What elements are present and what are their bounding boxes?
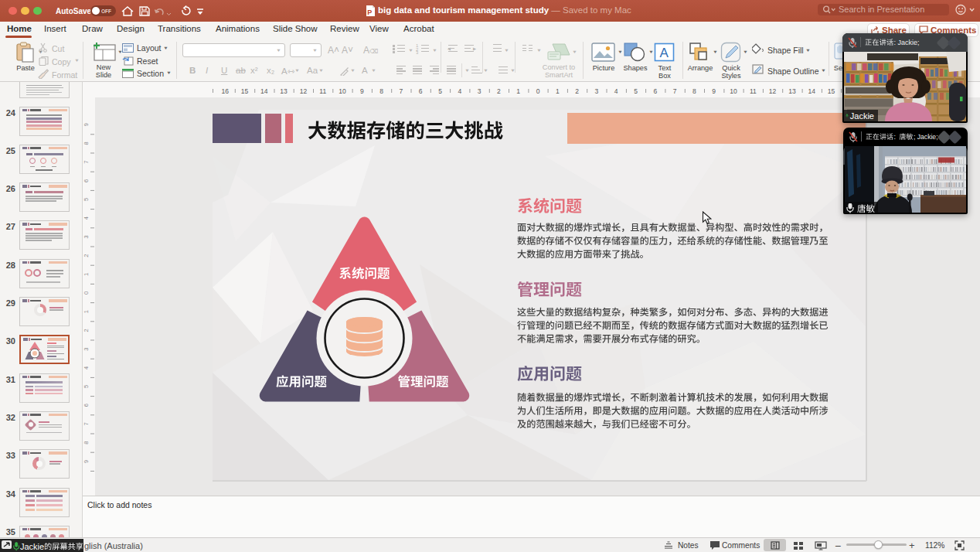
svg-text:5: 5 (83, 385, 90, 388)
svg-text:4: 4 (83, 366, 90, 370)
svg-text:12: 12 (769, 87, 777, 95)
svg-text:6: 6 (653, 87, 657, 95)
svg-text:7: 7 (400, 87, 403, 95)
svg-text:3: 3 (83, 348, 90, 351)
svg-text:4: 4 (83, 216, 90, 220)
svg-text:15: 15 (241, 87, 249, 95)
svg-text:7: 7 (83, 161, 90, 164)
svg-text:6: 6 (83, 404, 90, 407)
svg-text:7: 7 (83, 422, 90, 425)
svg-text:9: 9 (712, 87, 716, 95)
svg-text:3: 3 (595, 87, 599, 95)
svg-text:1: 1 (556, 87, 560, 95)
svg-text:8: 8 (692, 87, 696, 95)
svg-text:6: 6 (419, 87, 423, 95)
svg-text:8: 8 (83, 441, 90, 445)
svg-text:0: 0 (83, 291, 90, 295)
svg-text:11: 11 (750, 87, 757, 95)
svg-text:: Jackie;: : Jackie; (894, 39, 920, 46)
svg-text:7: 7 (673, 87, 677, 95)
svg-text:3: 3 (478, 87, 481, 95)
svg-text:9: 9 (360, 87, 364, 95)
svg-text:12: 12 (300, 87, 308, 95)
svg-text:14: 14 (808, 87, 815, 95)
svg-text:1: 1 (83, 310, 90, 313)
svg-text:5: 5 (83, 198, 90, 201)
svg-text:9: 9 (83, 123, 90, 126)
svg-text:1: 1 (83, 273, 90, 276)
svg-text:; Jackie;: ; Jackie; (914, 133, 938, 141)
svg-text:4: 4 (614, 87, 618, 95)
svg-text:11: 11 (319, 87, 326, 95)
svg-text:4: 4 (458, 87, 461, 95)
svg-text:5: 5 (438, 87, 442, 95)
svg-text:2: 2 (497, 87, 501, 95)
svg-text:A: A (660, 46, 669, 60)
svg-text:1: 1 (516, 87, 520, 95)
svg-text:10: 10 (730, 87, 737, 95)
svg-text:8: 8 (83, 141, 90, 145)
svg-text:P: P (367, 9, 372, 16)
svg-text:13: 13 (788, 87, 796, 95)
svg-text:6: 6 (83, 179, 90, 182)
svg-text::: : (894, 133, 896, 141)
svg-text:8: 8 (379, 87, 383, 95)
svg-text:9: 9 (83, 460, 90, 463)
svg-text:2: 2 (83, 329, 90, 332)
svg-text:2: 2 (83, 254, 90, 257)
svg-text:10: 10 (339, 87, 346, 95)
svg-text:5: 5 (634, 87, 638, 95)
svg-text:0: 0 (536, 87, 540, 95)
svg-text:3: 3 (83, 235, 90, 238)
svg-text:15: 15 (828, 87, 835, 95)
svg-text:16: 16 (221, 87, 229, 95)
svg-text:2: 2 (575, 87, 579, 95)
svg-text:14: 14 (260, 87, 268, 95)
svg-text:13: 13 (280, 87, 288, 95)
